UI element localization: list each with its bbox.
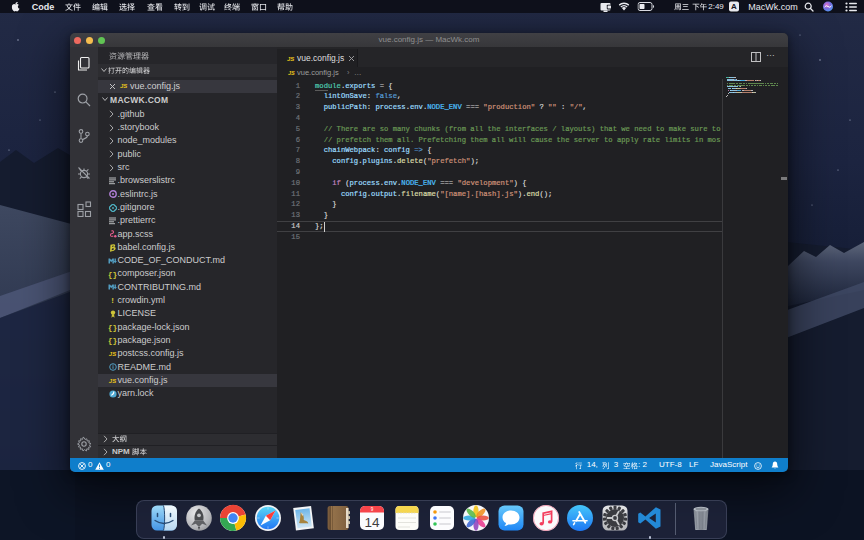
svg-text:14: 14: [365, 515, 381, 530]
svg-text:A: A: [731, 2, 737, 11]
